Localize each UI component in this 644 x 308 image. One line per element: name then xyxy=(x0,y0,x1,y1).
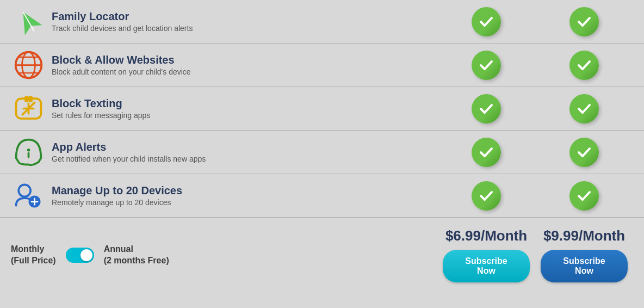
check-col1-block-websites xyxy=(437,51,535,80)
check-circle-col2-manage-devices xyxy=(569,181,599,211)
annual-label: Annual (2 months Free) xyxy=(104,244,169,267)
svg-rect-10 xyxy=(29,96,33,102)
subscribe-button-2[interactable]: Subscribe Now xyxy=(541,250,628,282)
block-icon xyxy=(11,94,46,124)
check-circle-col1-block-websites xyxy=(472,51,501,80)
feature-text-family-locator: Family Locator Track child devices and g… xyxy=(46,10,437,33)
svg-point-14 xyxy=(27,149,30,152)
check-circle-col2-family-locator xyxy=(569,7,599,36)
feature-title-block-websites: Block & Allow Websites xyxy=(52,54,437,66)
svg-rect-9 xyxy=(24,96,28,102)
check-col2-block-websites xyxy=(535,51,633,80)
web-icon xyxy=(11,50,46,80)
subscribe-button-1[interactable]: Subscribe Now xyxy=(443,250,530,282)
feature-desc-app-alerts: Get notified when your child installs ne… xyxy=(52,155,437,163)
price-col-1: $6.99/Month Subscribe Now xyxy=(437,227,535,282)
feature-text-app-alerts: App Alerts Get notified when your child … xyxy=(46,141,437,163)
feature-text-block-websites: Block & Allow Websites Block adult conte… xyxy=(46,54,437,76)
billing-toggle-section: Monthly (Full Price) Annual (2 months Fr… xyxy=(11,244,437,267)
check-col1-app-alerts xyxy=(437,138,535,167)
feature-title-app-alerts: App Alerts xyxy=(52,141,437,153)
feature-row-block-texting: Block Texting Set rules for messaging ap… xyxy=(0,87,644,131)
check-col2-family-locator xyxy=(535,7,633,36)
feature-desc-manage-devices: Remotely manage up to 20 devices xyxy=(52,198,437,207)
svg-point-16 xyxy=(18,184,30,196)
devices-icon xyxy=(11,181,46,211)
price-2: $9.99/Month xyxy=(543,227,625,244)
check-circle-col1-block-texting xyxy=(472,94,501,124)
check-circle-col1-app-alerts xyxy=(472,138,501,167)
feature-desc-block-texting: Set rules for messaging apps xyxy=(52,111,437,120)
feature-row-family-locator: Family Locator Track child devices and g… xyxy=(0,0,644,44)
feature-row-block-websites: Block & Allow Websites Block adult conte… xyxy=(0,44,644,87)
check-circle-col1-manage-devices xyxy=(472,181,501,211)
check-col2-manage-devices xyxy=(535,181,633,211)
price-col-2: $9.99/Month Subscribe Now xyxy=(535,227,633,282)
check-circle-col2-app-alerts xyxy=(569,138,599,167)
monthly-label: Monthly (Full Price) xyxy=(11,244,56,267)
check-col2-app-alerts xyxy=(535,138,633,167)
svg-rect-15 xyxy=(28,152,30,158)
check-circle-col1-family-locator xyxy=(472,7,501,36)
feature-text-manage-devices: Manage Up to 20 Devices Remotely manage … xyxy=(46,184,437,207)
locator-icon xyxy=(11,7,46,36)
feature-row-manage-devices: Manage Up to 20 Devices Remotely manage … xyxy=(0,174,644,218)
check-circle-col2-block-websites xyxy=(569,51,599,80)
feature-title-manage-devices: Manage Up to 20 Devices xyxy=(52,184,437,197)
billing-toggle[interactable] xyxy=(66,248,94,263)
check-col2-block-texting xyxy=(535,94,633,124)
feature-desc-family-locator: Track child devices and get location ale… xyxy=(52,24,437,33)
check-circle-col2-block-texting xyxy=(569,94,599,124)
feature-title-block-texting: Block Texting xyxy=(52,97,437,110)
feature-row-app-alerts: App Alerts Get notified when your child … xyxy=(0,131,644,174)
feature-text-block-texting: Block Texting Set rules for messaging ap… xyxy=(46,97,437,120)
check-col1-manage-devices xyxy=(437,181,535,211)
footer-row: Monthly (Full Price) Annual (2 months Fr… xyxy=(0,218,644,292)
pricing-table: Family Locator Track child devices and g… xyxy=(0,0,644,292)
alert-icon xyxy=(11,137,46,167)
feature-desc-block-websites: Block adult content on your child's devi… xyxy=(52,67,437,76)
price-1: $6.99/Month xyxy=(445,227,527,244)
check-col1-family-locator xyxy=(437,7,535,36)
feature-title-family-locator: Family Locator xyxy=(52,10,437,23)
check-col1-block-texting xyxy=(437,94,535,124)
